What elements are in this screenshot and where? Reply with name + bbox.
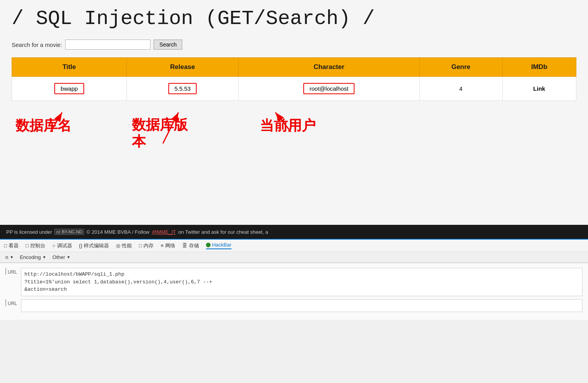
cell-title: bwapp [12, 77, 127, 101]
col-title: Title [12, 58, 127, 77]
results-table: Title Release Character Genre IMDb bwapp… [12, 57, 576, 101]
cell-release: 5.5.53 [126, 77, 238, 101]
style-label: 样式编辑器 [84, 242, 109, 249]
devtools-item-hackbar[interactable]: HackBar [206, 242, 232, 249]
search-label: Search for a movie: [12, 41, 62, 48]
memory-icon: □ [139, 243, 142, 248]
table-header-row: Title Release Character Genre IMDb [12, 58, 576, 77]
search-button[interactable]: Search [154, 40, 182, 50]
title-value: bwapp [54, 83, 84, 94]
footer-bar: PP is licensed under cc BY-NC-ND © 2014 … [0, 225, 588, 239]
footer-text-after: on Twitter and ask for our cheat sheet, … [178, 229, 268, 235]
url-row-label: URL [5, 268, 17, 275]
n-label: n [5, 254, 8, 260]
main-content: / SQL Injection (GET/Search) / Search fo… [0, 0, 588, 225]
style-icon: {} [79, 243, 83, 248]
devtools-bar: □ 看器 □ 控制台 ○ 调试器 {} 样式编辑器 ◎ 性能 □ 内存 ≡ 网络… [0, 239, 588, 252]
col-release: Release [126, 58, 238, 77]
encoding-label: Encoding [20, 254, 41, 260]
storage-label: 存储 [189, 242, 199, 249]
hackbar-toolbar: n ▼ Encoding ▼ Other ▼ [0, 252, 588, 263]
hackbar-url2-input[interactable] [21, 299, 583, 312]
hackbar-encoding-menu[interactable]: Encoding ▼ [20, 254, 46, 260]
col-imdb: IMDb [502, 58, 576, 77]
cell-genre: 4 [419, 77, 502, 101]
devtools-item-console[interactable]: □ 控制台 [26, 242, 45, 249]
release-value: 5.5.53 [168, 83, 197, 94]
devtools-item-storage[interactable]: 🗄 存储 [182, 242, 199, 249]
cell-imdb: Link [502, 77, 576, 101]
twitter-link[interactable]: @MME_IT [152, 229, 176, 235]
search-row: Search for a movie: Search [12, 40, 576, 50]
annotations-area: 数据库名 数据库版本 当前用户 [12, 109, 576, 186]
inspector-icon: □ [4, 243, 7, 248]
devtools-item-perf[interactable]: ◎ 性能 [116, 242, 132, 249]
devtools-item-memory[interactable]: □ 内存 [139, 242, 154, 249]
memory-label: 内存 [144, 242, 154, 249]
hackbar-other-menu[interactable]: Other ▼ [52, 254, 70, 260]
debugger-icon: ○ [52, 243, 55, 248]
devtools-item-network[interactable]: ≡ 网络 [161, 242, 175, 249]
encoding-chevron-icon: ▼ [42, 255, 46, 259]
hackbar-url2-row: URL [5, 299, 583, 312]
network-label: 网络 [165, 242, 175, 249]
debugger-label: 调试器 [57, 242, 72, 249]
col-character: Character [239, 58, 420, 77]
cc-badge: cc BY-NC-ND [54, 229, 84, 235]
devtools-item-style[interactable]: {} 样式编辑器 [79, 242, 109, 249]
footer-text-before: PP is licensed under [6, 229, 52, 235]
hackbar-url-row: URL http://localhost/bWAPP/sqli_1.php ?t… [5, 268, 583, 296]
cell-character: root@localhost [239, 77, 420, 101]
devtools-item-debugger[interactable]: ○ 调试器 [52, 242, 72, 249]
hackbar-icon [206, 243, 211, 247]
annotation-label-1: 数据库名 [16, 116, 71, 135]
network-icon: ≡ [161, 243, 164, 248]
annotation-label-2: 数据库版本 [132, 116, 188, 150]
character-value: root@localhost [303, 83, 355, 94]
other-chevron-icon: ▼ [67, 255, 71, 259]
search-input[interactable] [65, 40, 150, 50]
col-genre: Genre [419, 58, 502, 77]
footer-text-middle: © 2014 MME BVBA / Follow [86, 229, 149, 235]
hackbar-n-menu[interactable]: n ▼ [5, 254, 14, 260]
hackbar-content: URL http://localhost/bWAPP/sqli_1.php ?t… [0, 263, 588, 320]
storage-icon: 🗄 [182, 243, 187, 248]
hackbar-label: HackBar [212, 242, 232, 248]
url2-row-label: URL [5, 299, 17, 306]
devtools-item-inspector[interactable]: □ 看器 [4, 242, 19, 249]
perf-label: 性能 [122, 242, 132, 249]
n-chevron-icon: ▼ [10, 255, 14, 259]
imdb-link[interactable]: Link [533, 85, 545, 92]
perf-icon: ◎ [116, 243, 120, 248]
console-label: 控制台 [30, 242, 45, 249]
inspector-label: 看器 [9, 242, 19, 249]
other-label: Other [52, 254, 65, 260]
annotation-label-3: 当前用户 [260, 116, 316, 135]
table-row: bwapp 5.5.53 root@localhost 4 Link [12, 77, 576, 101]
page-title: / SQL Injection (GET/Search) / [12, 8, 576, 30]
hackbar-url-input[interactable]: http://localhost/bWAPP/sqli_1.php ?title… [21, 268, 583, 296]
console-icon: □ [26, 243, 29, 248]
